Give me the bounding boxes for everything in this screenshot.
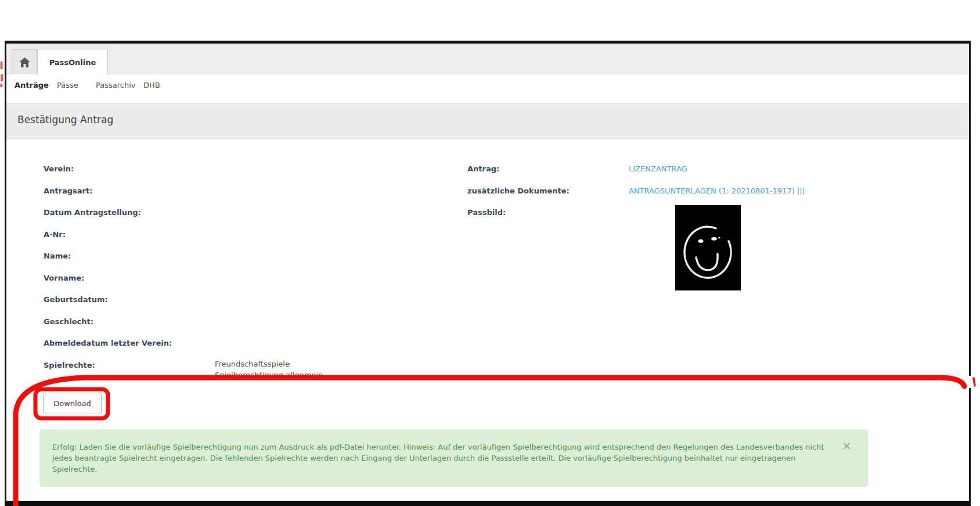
field-label-spielrechte: Spielrechte:: [44, 361, 95, 369]
antrag-link[interactable]: LIZENZANTRAG: [629, 164, 687, 173]
alert-close-icon[interactable]: ×: [842, 440, 852, 451]
field-label-geburtsdatum: Geburtsdatum:: [44, 295, 108, 304]
field-label-name: Name:: [44, 252, 71, 260]
section-header: [6, 103, 969, 139]
spielrechte-value-1: Freundschaftsspiele: [215, 358, 323, 369]
nav-item-dhb[interactable]: DHB: [143, 81, 160, 89]
nav-item-paesse[interactable]: Pässe: [57, 81, 78, 89]
field-label-dokumente: zusätzliche Dokumente:: [467, 186, 570, 195]
dokumente-link[interactable]: ANTRAGSUNTERLAGEN (1: 20210801-1917) |||: [629, 186, 805, 195]
field-label-verein: Verein:: [44, 164, 74, 173]
field-label-geschlecht: Geschlecht:: [44, 317, 93, 326]
annotation-left-dash-3: [1, 84, 2, 87]
field-label-anr: A-Nr:: [44, 230, 66, 239]
home-tab[interactable]: [12, 49, 37, 74]
success-alert-message: Erfolg: Laden Sie die vorläufige Spielbe…: [52, 442, 824, 475]
passbild-image[interactable]: [675, 205, 741, 290]
tab-passonline-label: PassOnline: [49, 58, 96, 67]
field-label-datum: Datum Antragstellung:: [44, 208, 141, 217]
field-label-vorname: Vorname:: [44, 274, 84, 282]
nav-item-passarchiv[interactable]: Passarchiv: [96, 81, 136, 89]
home-icon: [19, 58, 30, 67]
nav-item-antraege[interactable]: Anträge: [15, 81, 49, 89]
annotation-right-tick: [974, 378, 975, 386]
spielrechte-value-2: Spielberechtigung allgemein: [215, 369, 323, 381]
success-alert: Erfolg: Laden Sie die vorläufige Spielbe…: [39, 429, 868, 487]
download-button[interactable]: Download: [43, 393, 102, 414]
field-label-passbild: Passbild:: [467, 208, 506, 217]
field-label-abmeldedatum: Abmeldedatum letzter Verein:: [44, 339, 172, 347]
page-title: Bestätigung Antrag: [17, 114, 113, 125]
field-label-antragsart: Antragsart:: [44, 186, 92, 195]
page-background: PassOnline Anträge Pässe Passarchiv DHB …: [0, 0, 980, 506]
field-label-antrag: Antrag:: [467, 164, 499, 173]
tab-bar: [6, 44, 969, 74]
spielrechte-values: Freundschaftsspiele Spielberechtigung al…: [215, 358, 323, 381]
tab-passonline[interactable]: PassOnline: [37, 49, 108, 75]
